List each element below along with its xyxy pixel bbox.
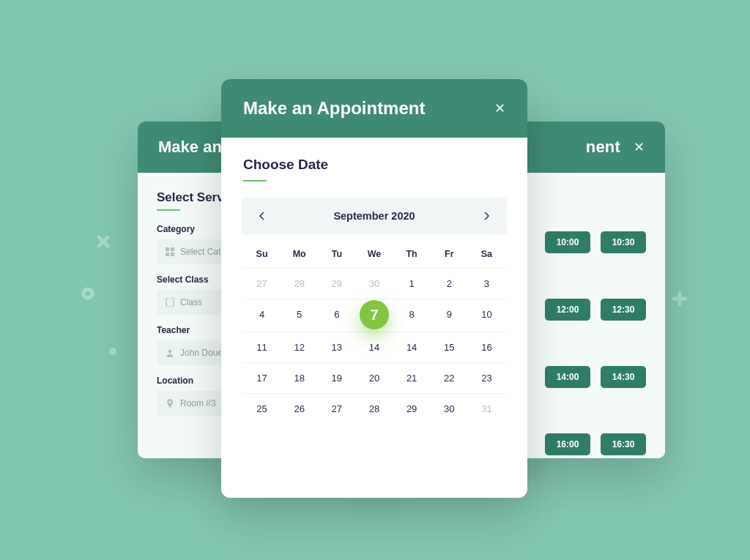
class-value: Class bbox=[180, 297, 202, 307]
calendar-day[interactable]: 29 bbox=[393, 394, 431, 424]
time-slot-grid: 10:0010:3012:0012:3014:0014:3016:0016:30 bbox=[545, 231, 646, 458]
chevron-right-icon bbox=[483, 212, 490, 220]
location-value: Room #3 bbox=[180, 398, 216, 408]
document-icon bbox=[166, 298, 174, 307]
calendar-day[interactable]: 31 bbox=[468, 394, 505, 424]
calendar-day[interactable]: 2 bbox=[431, 269, 468, 299]
weekday-label: Sa bbox=[468, 242, 505, 268]
calendar-day[interactable]: 21 bbox=[393, 363, 431, 393]
calendar-nav-bar: September 2020 bbox=[242, 198, 507, 234]
pin-icon bbox=[166, 399, 174, 408]
calendar-week-row: 17181920212223 bbox=[243, 363, 505, 394]
calendar-day[interactable]: 6 bbox=[318, 299, 355, 332]
deco-circle-icon bbox=[81, 287, 94, 300]
calendar-day[interactable]: 13 bbox=[318, 332, 355, 362]
calendar-day[interactable]: 28 bbox=[355, 394, 393, 424]
person-icon bbox=[166, 348, 174, 357]
weekday-label: Mo bbox=[281, 242, 318, 268]
svg-point-0 bbox=[83, 289, 92, 298]
calendar-day[interactable]: 25 bbox=[243, 394, 281, 424]
grid-icon bbox=[166, 247, 174, 256]
calendar-day[interactable]: 10 bbox=[468, 299, 505, 332]
time-slot-chip[interactable]: 10:30 bbox=[601, 231, 646, 253]
calendar-day[interactable]: 30 bbox=[355, 269, 393, 299]
card-header: Make an Appointment ✕ bbox=[221, 79, 527, 138]
weekday-label: Tu bbox=[318, 242, 355, 268]
svg-rect-8 bbox=[166, 298, 174, 307]
calendar-grid: SuMoTuWeThFrSa 2728293012345678910111213… bbox=[243, 234, 505, 424]
calendar-day[interactable]: 14 bbox=[355, 332, 393, 362]
prev-month-button[interactable] bbox=[253, 208, 270, 224]
calendar-day[interactable]: 5 bbox=[281, 299, 318, 332]
calendar-week-row: 25262728293031 bbox=[243, 394, 505, 424]
time-slot-chip[interactable]: 12:00 bbox=[545, 299, 590, 321]
calendar-day[interactable]: 11 bbox=[243, 332, 281, 362]
calendar-day[interactable]: 16 bbox=[468, 332, 505, 362]
calendar-day[interactable]: 19 bbox=[318, 363, 355, 393]
time-slot-chip[interactable]: 14:30 bbox=[601, 366, 646, 388]
calendar-day[interactable]: 30 bbox=[431, 394, 468, 424]
svg-rect-4 bbox=[166, 247, 169, 251]
calendar-day[interactable]: 28 bbox=[281, 269, 318, 299]
calendar-day[interactable]: 7 bbox=[355, 299, 393, 332]
calendar-day[interactable]: 17 bbox=[243, 363, 281, 393]
underline bbox=[243, 180, 267, 182]
calendar-day[interactable]: 27 bbox=[318, 394, 355, 424]
weekday-row: SuMoTuWeThFrSa bbox=[243, 242, 505, 269]
calendar-day[interactable]: 27 bbox=[243, 269, 281, 299]
teacher-value: John Doue bbox=[180, 348, 223, 358]
svg-point-9 bbox=[168, 350, 172, 354]
calendar-day[interactable]: 4 bbox=[243, 299, 281, 332]
svg-rect-5 bbox=[171, 247, 174, 251]
svg-point-1 bbox=[109, 348, 116, 355]
deco-dot-icon bbox=[109, 348, 116, 355]
chevron-left-icon bbox=[259, 212, 265, 220]
close-icon[interactable]: ✕ bbox=[494, 100, 505, 116]
card-title-partial: nent bbox=[586, 138, 620, 157]
calendar-day[interactable]: 1 bbox=[393, 269, 431, 299]
weekday-label: Th bbox=[393, 242, 431, 268]
weekday-label: Fr bbox=[431, 242, 468, 268]
time-slot-chip[interactable]: 10:00 bbox=[545, 231, 590, 253]
month-label: September 2020 bbox=[333, 210, 415, 222]
weekday-label: Su bbox=[243, 242, 281, 268]
calendar-day[interactable]: 15 bbox=[431, 332, 468, 362]
calendar-day[interactable]: 20 bbox=[355, 363, 393, 393]
calendar-day[interactable]: 14 bbox=[393, 332, 431, 362]
weekday-label: We bbox=[355, 242, 393, 268]
calendar-day[interactable]: 3 bbox=[468, 269, 505, 299]
next-month-button[interactable] bbox=[479, 208, 495, 224]
deco-x-icon bbox=[97, 235, 110, 248]
svg-rect-6 bbox=[166, 253, 169, 256]
calendar-week-row: 11121314141516 bbox=[243, 332, 505, 363]
calendar-day[interactable]: 9 bbox=[431, 299, 468, 332]
calendar-day[interactable]: 8 bbox=[393, 299, 431, 332]
choose-date-card: Make an Appointment ✕ Choose Date Septem… bbox=[221, 79, 527, 498]
calendar: September 2020 SuMoTuWeThFrSa 2728293012… bbox=[243, 198, 505, 424]
time-slot-chip[interactable]: 14:00 bbox=[545, 366, 590, 388]
calendar-day[interactable]: 29 bbox=[318, 269, 355, 299]
section-title: Choose Date bbox=[243, 157, 505, 173]
underline bbox=[157, 209, 180, 211]
calendar-week-row: 45678910 bbox=[243, 299, 505, 332]
svg-rect-7 bbox=[171, 253, 174, 256]
card-title: Make an Appointment bbox=[243, 98, 425, 119]
calendar-day[interactable]: 12 bbox=[281, 332, 318, 362]
time-slot-chip[interactable]: 12:30 bbox=[601, 299, 646, 321]
calendar-day[interactable]: 18 bbox=[281, 363, 318, 393]
calendar-day[interactable]: 23 bbox=[468, 363, 505, 393]
close-icon[interactable]: ✕ bbox=[634, 139, 645, 155]
calendar-day[interactable]: 26 bbox=[281, 394, 318, 424]
deco-plus-icon bbox=[672, 291, 687, 306]
time-slot-chip[interactable]: 16:30 bbox=[601, 433, 646, 455]
time-slot-chip[interactable]: 16:00 bbox=[545, 433, 590, 455]
calendar-week-row: 27282930123 bbox=[243, 269, 505, 299]
calendar-day[interactable]: 22 bbox=[431, 363, 468, 393]
